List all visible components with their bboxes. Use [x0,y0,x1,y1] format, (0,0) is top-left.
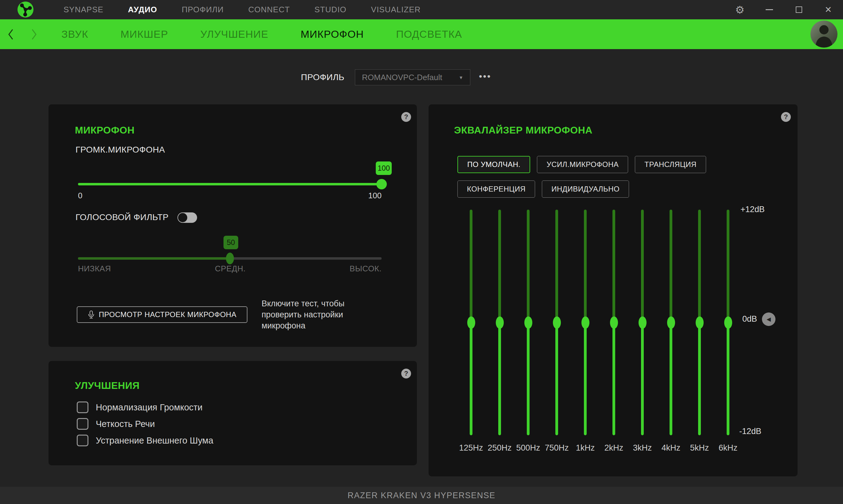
titlebar-nav-item[interactable]: STUDIO [315,5,346,14]
mic-test-button[interactable]: ПРОСМОТР НАСТРОЕК МИКРОФОНА [77,306,248,323]
eq-slider-track[interactable] [612,210,615,435]
eq-panel-title: ЭКВАЛАЙЗЕР МИКРОФОНА [454,125,592,136]
help-icon[interactable]: ? [401,112,411,122]
voice-filter-toggle[interactable] [177,212,197,223]
eq-slider-knob[interactable] [696,317,704,329]
subnav-tab[interactable]: ЗВУК [61,28,88,40]
minimize-button[interactable] [763,4,775,16]
checkbox-label: Четкость Речи [96,419,155,429]
profile-more-button[interactable]: ••• [479,71,491,82]
eq-band-label: 1kHz [576,443,595,453]
profile-dropdown[interactable]: ROMANOVPC-Default ▼ [355,69,470,85]
titlebar-nav-item[interactable]: CONNECT [248,5,290,14]
mic-volume-slider-track[interactable] [78,183,381,185]
mic-volume-label: ГРОМК.МИКРОФОНА [75,145,165,155]
enhancements-panel-title: УЛУЧШЕНИЯ [75,380,140,391]
eq-track-upper [669,210,672,323]
settings-gear-icon[interactable]: ⚙ [734,4,746,16]
eq-track-upper [698,210,701,323]
checkbox[interactable] [77,418,88,430]
eq-band-label: 750Hz [544,443,569,453]
titlebar-nav-item[interactable]: АУДИО [128,5,157,14]
subnav-tab[interactable]: УЛУЧШЕНИЕ [200,28,269,40]
microphone-icon [88,310,94,319]
enhancement-option[interactable]: Нормализация Громкости [77,399,213,416]
eq-track-lower [641,323,644,435]
microphone-panel: ? МИКРОФОН ГРОМК.МИКРОФОНА 100 0 100 ГОЛ… [49,104,417,347]
eq-band: 1kHz [571,210,599,453]
eq-track-upper [727,210,730,323]
reset-triangle-icon: ◀ [767,316,771,323]
eq-track-lower [698,323,701,435]
eq-slider-knob[interactable] [467,317,475,329]
profile-label: ПРОФИЛЬ [276,72,344,82]
mic-equalizer-panel: ? ЭКВАЛАЙЗЕР МИКРОФОНА ПО УМОЛЧАН. УСИЛ.… [429,104,797,476]
user-avatar[interactable] [810,21,838,48]
eq-slider-knob[interactable] [639,317,647,329]
voice-filter-tick-mid: СРЕДН. [215,264,246,273]
maximize-button[interactable] [793,4,805,16]
window-controls: ⚙ ✕ [734,0,835,19]
eq-scale-max-label: +12dB [740,205,765,214]
help-icon[interactable]: ? [401,368,411,378]
eq-preset-button[interactable]: УСИЛ.МИКРОФОНА [537,156,628,173]
voice-filter-label: ГОЛОСОВОЙ ФИЛЬТР [75,212,168,222]
help-icon[interactable]: ? [781,112,791,122]
eq-slider-knob[interactable] [610,317,618,329]
back-arrow-icon[interactable] [7,19,15,49]
eq-slider-track[interactable] [498,210,501,435]
close-button[interactable]: ✕ [822,4,835,16]
eq-preset-button[interactable]: ИНДИВИДУАЛЬНО [542,180,629,198]
eq-slider-track[interactable] [584,210,587,435]
eq-band-label: 3kHz [633,443,652,453]
forward-arrow-icon[interactable] [30,19,38,49]
checkbox-label: Устранение Внешнего Шума [96,435,213,446]
checkbox[interactable] [77,435,88,446]
eq-track-lower [470,323,472,435]
eq-slider-track[interactable] [698,210,701,435]
eq-scale-zero-label: 0dB [742,314,757,324]
subnav-tab[interactable]: МИКРОФОН [301,28,364,40]
mic-test-hint: Включите тест, чтобы проверить настройки… [262,298,369,331]
titlebar-nav-item[interactable]: VISUALIZER [371,5,421,14]
eq-band: 4kHz [657,210,685,453]
eq-track-upper [470,210,472,323]
subnav-tab[interactable]: ПОДСВЕТКА [396,28,462,40]
titlebar-nav: SYNAPSE АУДИО ПРОФИЛИ CONNECT STUDIO VIS… [64,5,420,14]
eq-slider-knob[interactable] [581,317,589,329]
eq-track-upper [612,210,615,323]
voice-filter-ticks: НИЗКАЯ СРЕДН. ВЫСОК. [78,264,381,273]
titlebar-nav-item[interactable]: SYNAPSE [64,5,104,14]
eq-preset-button[interactable]: ПО УМОЛЧАН. [458,156,530,173]
eq-slider-knob[interactable] [496,317,504,329]
eq-slider-knob[interactable] [724,317,732,329]
subnav-tab[interactable]: МИКШЕР [121,28,168,40]
eq-preset-button[interactable]: ТРАНСЛЯЦИЯ [635,156,706,173]
checkbox[interactable] [77,401,88,413]
mic-test-button-label: ПРОСМОТР НАСТРОЕК МИКРОФОНА [99,310,236,319]
profile-dropdown-value: ROMANOVPC-Default [362,73,459,82]
eq-slider-track[interactable] [727,210,730,435]
eq-band-label: 5kHz [690,443,709,453]
eq-slider-knob[interactable] [553,317,561,329]
eq-slider-knob[interactable] [524,317,532,329]
enhancement-option[interactable]: Четкость Речи [77,416,213,432]
eq-slider-track[interactable] [669,210,672,435]
eq-track-upper [641,210,644,323]
eq-slider-track[interactable] [555,210,558,435]
voice-filter-slider-knob[interactable] [226,253,234,264]
eq-slider-track[interactable] [470,210,472,435]
razer-synapse-logo-icon[interactable] [17,1,34,18]
eq-track-upper [527,210,530,323]
eq-slider-track[interactable] [527,210,530,435]
eq-band: 750Hz [542,210,571,453]
eq-slider-knob[interactable] [667,317,675,329]
eq-slider-track[interactable] [641,210,644,435]
eq-track-lower [669,323,672,435]
titlebar-nav-item[interactable]: ПРОФИЛИ [182,5,224,14]
eq-preset-button[interactable]: КОНФЕРЕНЦИЯ [458,180,535,198]
enhancement-option[interactable]: Устранение Внешнего Шума [77,432,213,449]
eq-band: 500Hz [514,210,542,453]
mic-volume-slider-knob[interactable] [376,179,387,190]
eq-reset-button[interactable]: ◀ [762,312,775,326]
